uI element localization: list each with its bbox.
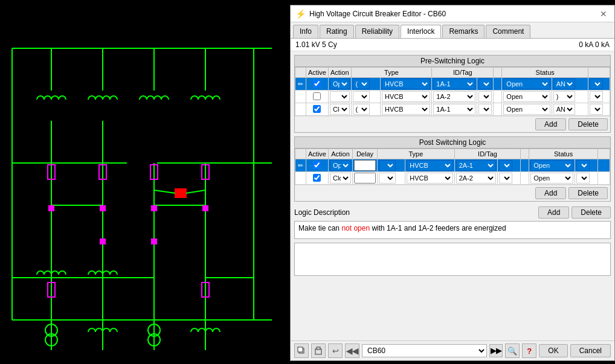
status-select-3[interactable]: Open bbox=[503, 104, 550, 115]
post-type-2b[interactable] bbox=[379, 173, 396, 184]
info-bar: 1.01 kV 5 Cy 0 kA 0 kA bbox=[291, 39, 614, 51]
eq-select-1[interactable]: = bbox=[478, 78, 492, 89]
col-action: Action bbox=[328, 68, 351, 78]
device-combo[interactable]: CB60 bbox=[362, 344, 487, 357]
post-col-active: Active bbox=[306, 149, 329, 159]
logic-select-3[interactable]: AND bbox=[553, 104, 575, 115]
close-button[interactable]: ✕ bbox=[597, 9, 610, 19]
post-col-type: Type bbox=[377, 149, 454, 159]
post-row-1: ✏ Open HVCB 2A-1 = Open bbox=[295, 159, 610, 172]
paren-l-2[interactable]: ( bbox=[353, 91, 370, 102]
active-check-2[interactable] bbox=[313, 92, 321, 100]
active-check-1[interactable] bbox=[313, 80, 321, 88]
post-switching-section: Post Switching Logic Active Action Delay… bbox=[294, 136, 611, 202]
paren-l-3[interactable]: ( bbox=[353, 104, 370, 115]
paren-r-2[interactable] bbox=[590, 91, 603, 102]
post-delete-button[interactable]: Delete bbox=[568, 187, 608, 199]
post-idtag-2[interactable]: 2A-2 bbox=[456, 173, 497, 184]
status-select-2[interactable]: Open bbox=[503, 91, 550, 102]
paste-icon-button[interactable] bbox=[311, 343, 326, 358]
status-select-1[interactable]: OpenClose bbox=[503, 78, 550, 89]
action-select-1[interactable]: OpenClose bbox=[330, 78, 350, 89]
pre-switching-section: Pre-Switching Logic Active Action Type I… bbox=[294, 55, 611, 133]
logic-select-2[interactable]: )AND bbox=[553, 91, 575, 102]
paren-r-1[interactable]: ) bbox=[590, 78, 603, 89]
pre-row-2: OpenClose ( HVCB 1A-2 = Open )AND bbox=[295, 91, 610, 103]
tab-info[interactable]: Info bbox=[293, 25, 318, 38]
post-status-2[interactable]: Open bbox=[530, 173, 573, 184]
tab-bar: Info Rating Reliability Interlock Remark… bbox=[291, 22, 614, 39]
search-icon-button[interactable]: 🔍 bbox=[505, 343, 520, 358]
post-idtag-1[interactable]: 2A-1 bbox=[456, 160, 497, 171]
logic-text-part1: Make tie can bbox=[298, 224, 341, 232]
copy-icon-button[interactable] bbox=[294, 343, 309, 358]
type-select-1[interactable]: HVCB bbox=[382, 78, 430, 89]
logic-description-label: Logic Description bbox=[294, 208, 350, 217]
tab-rating[interactable]: Rating bbox=[320, 25, 354, 38]
logic-delete-button[interactable]: Delete bbox=[572, 206, 611, 219]
post-col-action: Action bbox=[328, 149, 352, 159]
post-delay-2[interactable] bbox=[354, 173, 376, 184]
post-type-select-2[interactable]: HVCB bbox=[407, 173, 452, 184]
pre-delete-button[interactable]: Delete bbox=[568, 118, 608, 130]
ok-button[interactable]: OK bbox=[539, 344, 567, 357]
edit-icon-1: ✏ bbox=[298, 80, 303, 88]
col-type: Type bbox=[351, 68, 432, 78]
post-delay-1[interactable] bbox=[354, 160, 376, 171]
pre-switching-btn-row: Add Delete bbox=[295, 116, 610, 132]
forward-icon-button[interactable]: ▶▶ bbox=[489, 344, 503, 357]
svg-rect-3 bbox=[317, 347, 320, 350]
pre-switching-header: Pre-Switching Logic bbox=[295, 56, 610, 67]
tab-comment[interactable]: Comment bbox=[486, 25, 530, 38]
pre-row-3: CloseOpen ( HVCB 1A-1 = Open AND bbox=[295, 103, 610, 116]
svg-rect-1 bbox=[298, 347, 303, 352]
active-check-3[interactable] bbox=[313, 105, 321, 113]
cancel-button[interactable]: Cancel bbox=[570, 344, 611, 357]
dialog: ⚡ High Voltage Circuit Breaker Editor - … bbox=[290, 5, 615, 361]
col-idtag: ID/Tag bbox=[432, 68, 494, 78]
back-icon-button[interactable]: ◀◀ bbox=[345, 343, 359, 358]
type-select-3[interactable]: HVCB bbox=[382, 104, 430, 115]
post-col-delay: Delay bbox=[352, 149, 377, 159]
post-active-1[interactable] bbox=[313, 161, 321, 169]
post-active-2[interactable] bbox=[313, 174, 321, 182]
post-eq-1[interactable]: = bbox=[499, 160, 512, 171]
tab-interlock[interactable]: Interlock bbox=[401, 25, 441, 38]
post-edit-icon-1: ✏ bbox=[298, 162, 303, 169]
tab-remarks[interactable]: Remarks bbox=[442, 25, 485, 38]
logic-text-part2: with 1A-1 and 1A-2 feeders are energized bbox=[370, 224, 506, 232]
post-switching-table: Active Action Delay Type ID/Tag Status ✏ bbox=[295, 148, 610, 185]
post-switching-header: Post Switching Logic bbox=[295, 137, 610, 148]
pre-add-button[interactable]: Add bbox=[535, 118, 566, 130]
dialog-title: High Voltage Circuit Breaker Editor - CB… bbox=[309, 10, 446, 18]
action-select-3[interactable]: CloseOpen bbox=[330, 104, 350, 115]
idtag-select-1[interactable]: 1A-1 bbox=[433, 78, 475, 89]
action-select-2[interactable]: OpenClose bbox=[330, 91, 350, 102]
post-action-2[interactable]: Close bbox=[330, 173, 351, 184]
paren-l-1[interactable]: ( bbox=[353, 78, 370, 89]
logic-highlight: not open bbox=[341, 224, 370, 232]
post-status-1[interactable]: Open bbox=[530, 160, 573, 171]
post-type-1[interactable] bbox=[379, 160, 396, 171]
post-type-select-1[interactable]: HVCB bbox=[407, 160, 452, 171]
tab-reliability[interactable]: Reliability bbox=[355, 25, 399, 38]
help-icon-button[interactable]: ? bbox=[522, 343, 536, 358]
type-select-2[interactable]: HVCB bbox=[382, 91, 430, 102]
undo-icon-button[interactable]: ↩ bbox=[328, 343, 343, 358]
eq-select-3[interactable]: = bbox=[478, 104, 492, 115]
dialog-body: Pre-Switching Logic Active Action Type I… bbox=[291, 51, 614, 340]
col-status: Status bbox=[502, 68, 588, 78]
logic-select-1[interactable]: ANDOR bbox=[553, 78, 575, 89]
logic-text-box: Make tie can not open with 1A-1 and 1A-2… bbox=[294, 221, 611, 239]
post-logic-1[interactable] bbox=[576, 160, 590, 171]
paren-r-3[interactable] bbox=[590, 104, 603, 115]
post-col-idtag: ID/Tag bbox=[454, 149, 521, 159]
post-logic-2[interactable] bbox=[576, 173, 590, 184]
logic-add-button[interactable]: Add bbox=[538, 206, 569, 219]
idtag-select-2[interactable]: 1A-2 bbox=[433, 91, 475, 102]
idtag-select-3[interactable]: 1A-1 bbox=[433, 104, 475, 115]
eq-select-2[interactable]: = bbox=[478, 91, 492, 102]
post-eq-2[interactable]: = bbox=[499, 173, 512, 184]
post-action-1[interactable]: Open bbox=[330, 160, 351, 171]
post-add-button[interactable]: Add bbox=[535, 187, 566, 199]
